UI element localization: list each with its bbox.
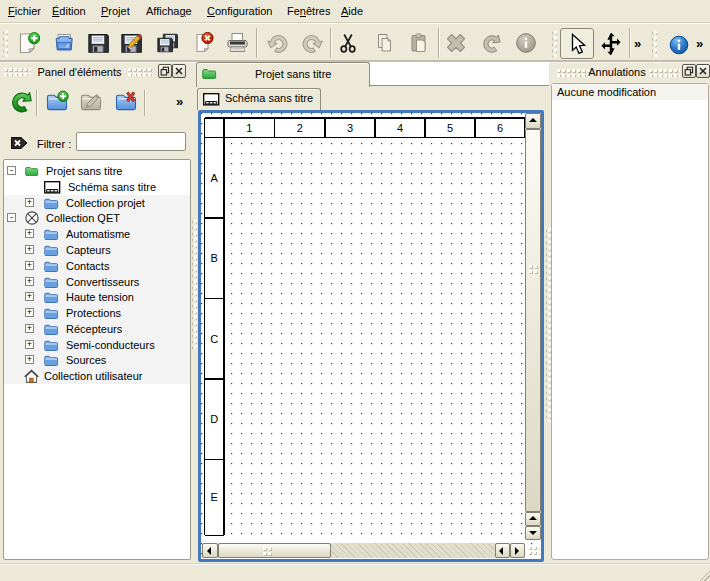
svg-text:2: 2 <box>297 122 303 134</box>
svg-text:6: 6 <box>497 122 503 134</box>
svg-text:5: 5 <box>447 122 453 134</box>
svg-text:E: E <box>211 491 218 503</box>
svg-text:4: 4 <box>397 122 403 134</box>
svg-text:A: A <box>211 172 219 184</box>
svg-text:1: 1 <box>246 122 252 134</box>
svg-text:3: 3 <box>347 122 353 134</box>
svg-text:C: C <box>210 333 218 345</box>
svg-text:B: B <box>211 252 218 264</box>
svg-text:D: D <box>210 413 218 425</box>
